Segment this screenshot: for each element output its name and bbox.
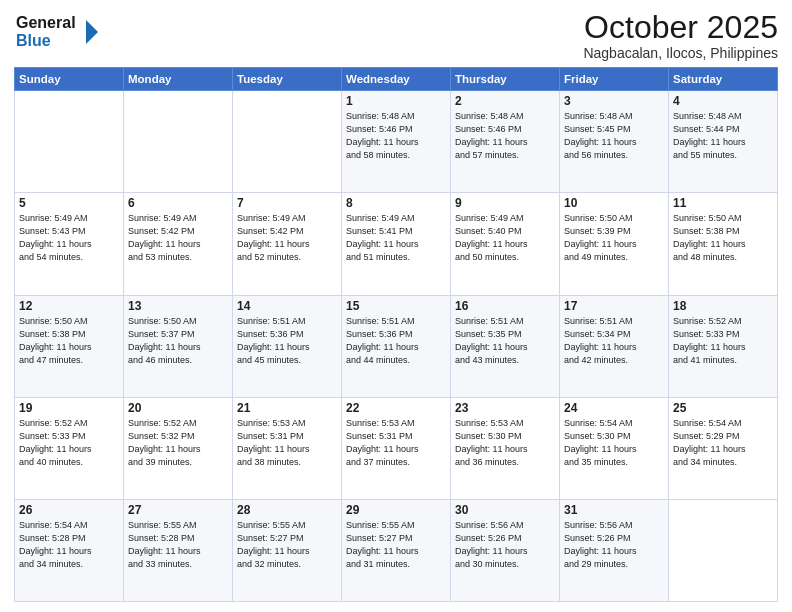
day-info: Sunrise: 5:48 AMSunset: 5:45 PMDaylight:… — [564, 110, 664, 162]
table-cell: 21Sunrise: 5:53 AMSunset: 5:31 PMDayligh… — [233, 397, 342, 499]
day-number: 19 — [19, 401, 119, 415]
week-row-2: 5Sunrise: 5:49 AMSunset: 5:43 PMDaylight… — [15, 193, 778, 295]
day-info: Sunrise: 5:50 AMSunset: 5:37 PMDaylight:… — [128, 315, 228, 367]
table-cell: 17Sunrise: 5:51 AMSunset: 5:34 PMDayligh… — [560, 295, 669, 397]
table-cell: 20Sunrise: 5:52 AMSunset: 5:32 PMDayligh… — [124, 397, 233, 499]
svg-marker-2 — [86, 20, 98, 44]
table-cell — [15, 91, 124, 193]
table-cell — [124, 91, 233, 193]
day-info: Sunrise: 5:51 AMSunset: 5:36 PMDaylight:… — [346, 315, 446, 367]
table-cell: 6Sunrise: 5:49 AMSunset: 5:42 PMDaylight… — [124, 193, 233, 295]
table-cell: 30Sunrise: 5:56 AMSunset: 5:26 PMDayligh… — [451, 499, 560, 601]
day-number: 9 — [455, 196, 555, 210]
day-number: 29 — [346, 503, 446, 517]
day-number: 25 — [673, 401, 773, 415]
table-cell: 18Sunrise: 5:52 AMSunset: 5:33 PMDayligh… — [669, 295, 778, 397]
day-number: 4 — [673, 94, 773, 108]
day-number: 22 — [346, 401, 446, 415]
day-number: 24 — [564, 401, 664, 415]
table-cell: 1Sunrise: 5:48 AMSunset: 5:46 PMDaylight… — [342, 91, 451, 193]
month-title: October 2025 — [583, 10, 778, 45]
table-cell: 23Sunrise: 5:53 AMSunset: 5:30 PMDayligh… — [451, 397, 560, 499]
table-cell: 24Sunrise: 5:54 AMSunset: 5:30 PMDayligh… — [560, 397, 669, 499]
day-info: Sunrise: 5:50 AMSunset: 5:38 PMDaylight:… — [19, 315, 119, 367]
col-monday: Monday — [124, 68, 233, 91]
table-cell: 25Sunrise: 5:54 AMSunset: 5:29 PMDayligh… — [669, 397, 778, 499]
day-number: 11 — [673, 196, 773, 210]
table-cell: 5Sunrise: 5:49 AMSunset: 5:43 PMDaylight… — [15, 193, 124, 295]
table-cell: 15Sunrise: 5:51 AMSunset: 5:36 PMDayligh… — [342, 295, 451, 397]
day-info: Sunrise: 5:49 AMSunset: 5:42 PMDaylight:… — [128, 212, 228, 264]
day-info: Sunrise: 5:48 AMSunset: 5:44 PMDaylight:… — [673, 110, 773, 162]
col-saturday: Saturday — [669, 68, 778, 91]
day-number: 12 — [19, 299, 119, 313]
title-block: October 2025 Nagbacalan, Ilocos, Philipp… — [583, 10, 778, 61]
day-info: Sunrise: 5:52 AMSunset: 5:32 PMDaylight:… — [128, 417, 228, 469]
col-wednesday: Wednesday — [342, 68, 451, 91]
table-cell: 28Sunrise: 5:55 AMSunset: 5:27 PMDayligh… — [233, 499, 342, 601]
day-info: Sunrise: 5:54 AMSunset: 5:28 PMDaylight:… — [19, 519, 119, 571]
table-cell: 16Sunrise: 5:51 AMSunset: 5:35 PMDayligh… — [451, 295, 560, 397]
day-number: 1 — [346, 94, 446, 108]
week-row-3: 12Sunrise: 5:50 AMSunset: 5:38 PMDayligh… — [15, 295, 778, 397]
day-number: 13 — [128, 299, 228, 313]
table-cell: 27Sunrise: 5:55 AMSunset: 5:28 PMDayligh… — [124, 499, 233, 601]
day-info: Sunrise: 5:53 AMSunset: 5:31 PMDaylight:… — [346, 417, 446, 469]
day-info: Sunrise: 5:56 AMSunset: 5:26 PMDaylight:… — [564, 519, 664, 571]
day-number: 10 — [564, 196, 664, 210]
day-number: 2 — [455, 94, 555, 108]
day-number: 23 — [455, 401, 555, 415]
day-info: Sunrise: 5:55 AMSunset: 5:27 PMDaylight:… — [346, 519, 446, 571]
day-info: Sunrise: 5:53 AMSunset: 5:31 PMDaylight:… — [237, 417, 337, 469]
day-info: Sunrise: 5:50 AMSunset: 5:38 PMDaylight:… — [673, 212, 773, 264]
table-cell: 13Sunrise: 5:50 AMSunset: 5:37 PMDayligh… — [124, 295, 233, 397]
table-cell: 8Sunrise: 5:49 AMSunset: 5:41 PMDaylight… — [342, 193, 451, 295]
table-cell — [669, 499, 778, 601]
calendar-page: GeneralBlue October 2025 Nagbacalan, Ilo… — [0, 0, 792, 612]
day-info: Sunrise: 5:51 AMSunset: 5:35 PMDaylight:… — [455, 315, 555, 367]
table-cell: 4Sunrise: 5:48 AMSunset: 5:44 PMDaylight… — [669, 91, 778, 193]
day-info: Sunrise: 5:56 AMSunset: 5:26 PMDaylight:… — [455, 519, 555, 571]
table-cell: 11Sunrise: 5:50 AMSunset: 5:38 PMDayligh… — [669, 193, 778, 295]
weekday-header-row: Sunday Monday Tuesday Wednesday Thursday… — [15, 68, 778, 91]
table-cell: 22Sunrise: 5:53 AMSunset: 5:31 PMDayligh… — [342, 397, 451, 499]
day-info: Sunrise: 5:48 AMSunset: 5:46 PMDaylight:… — [455, 110, 555, 162]
table-cell: 26Sunrise: 5:54 AMSunset: 5:28 PMDayligh… — [15, 499, 124, 601]
table-cell: 10Sunrise: 5:50 AMSunset: 5:39 PMDayligh… — [560, 193, 669, 295]
day-info: Sunrise: 5:52 AMSunset: 5:33 PMDaylight:… — [19, 417, 119, 469]
day-number: 6 — [128, 196, 228, 210]
logo-icon: GeneralBlue — [14, 10, 104, 55]
table-cell — [233, 91, 342, 193]
location: Nagbacalan, Ilocos, Philippines — [583, 45, 778, 61]
table-cell: 3Sunrise: 5:48 AMSunset: 5:45 PMDaylight… — [560, 91, 669, 193]
day-number: 3 — [564, 94, 664, 108]
day-number: 15 — [346, 299, 446, 313]
day-number: 31 — [564, 503, 664, 517]
day-number: 7 — [237, 196, 337, 210]
day-info: Sunrise: 5:55 AMSunset: 5:28 PMDaylight:… — [128, 519, 228, 571]
svg-text:Blue: Blue — [16, 32, 51, 49]
col-tuesday: Tuesday — [233, 68, 342, 91]
day-info: Sunrise: 5:49 AMSunset: 5:43 PMDaylight:… — [19, 212, 119, 264]
day-info: Sunrise: 5:50 AMSunset: 5:39 PMDaylight:… — [564, 212, 664, 264]
table-cell: 14Sunrise: 5:51 AMSunset: 5:36 PMDayligh… — [233, 295, 342, 397]
day-number: 5 — [19, 196, 119, 210]
day-info: Sunrise: 5:54 AMSunset: 5:30 PMDaylight:… — [564, 417, 664, 469]
svg-text:General: General — [16, 14, 76, 31]
day-info: Sunrise: 5:55 AMSunset: 5:27 PMDaylight:… — [237, 519, 337, 571]
day-number: 28 — [237, 503, 337, 517]
day-info: Sunrise: 5:49 AMSunset: 5:42 PMDaylight:… — [237, 212, 337, 264]
day-number: 18 — [673, 299, 773, 313]
col-sunday: Sunday — [15, 68, 124, 91]
week-row-5: 26Sunrise: 5:54 AMSunset: 5:28 PMDayligh… — [15, 499, 778, 601]
day-info: Sunrise: 5:48 AMSunset: 5:46 PMDaylight:… — [346, 110, 446, 162]
day-number: 27 — [128, 503, 228, 517]
table-cell: 9Sunrise: 5:49 AMSunset: 5:40 PMDaylight… — [451, 193, 560, 295]
table-cell: 29Sunrise: 5:55 AMSunset: 5:27 PMDayligh… — [342, 499, 451, 601]
day-number: 17 — [564, 299, 664, 313]
header: GeneralBlue October 2025 Nagbacalan, Ilo… — [14, 10, 778, 61]
day-number: 20 — [128, 401, 228, 415]
table-cell: 31Sunrise: 5:56 AMSunset: 5:26 PMDayligh… — [560, 499, 669, 601]
col-thursday: Thursday — [451, 68, 560, 91]
day-info: Sunrise: 5:49 AMSunset: 5:41 PMDaylight:… — [346, 212, 446, 264]
